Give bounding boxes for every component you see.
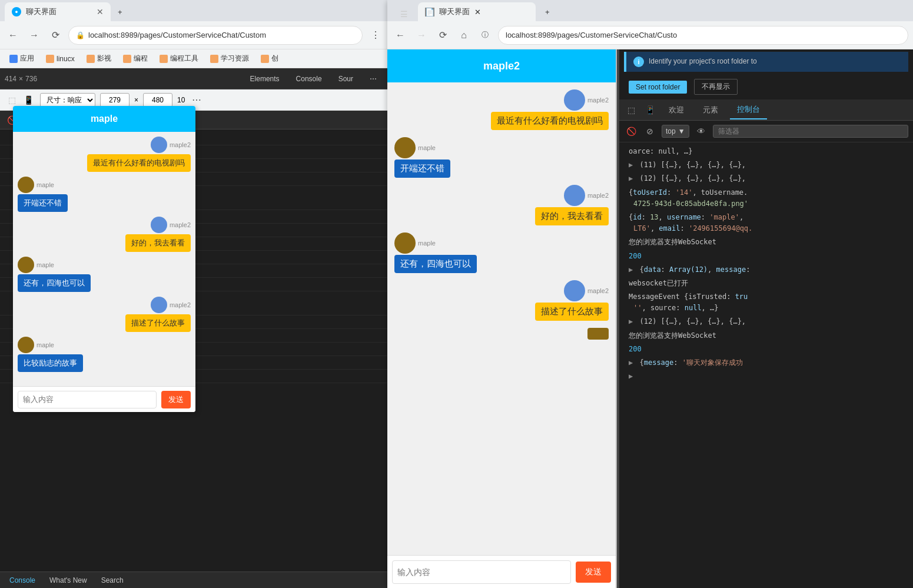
info-btn-right[interactable]: ⓘ [477, 27, 493, 44]
device-icon[interactable]: 📱 [21, 93, 35, 107]
chat-title-left: maple [91, 114, 118, 124]
tab-right[interactable]: 📄 聊天界面 ✕ [418, 2, 536, 21]
rbubble-2: 好的，我去看看 [535, 207, 609, 225]
reload-btn-left[interactable]: ⟳ [47, 27, 64, 44]
bookmark-resources[interactable]: 学习资源 [205, 52, 254, 66]
send-button-left[interactable]: 发送 [161, 391, 191, 408]
back-btn-left[interactable]: ← [5, 27, 21, 44]
tab-console-right[interactable]: 控制台 [730, 101, 767, 119]
favicon-left: ● [12, 7, 21, 16]
rmsg-sender-4: maple2 [587, 287, 609, 294]
rentry-1: ▶ (11) [{…}, {…}, {…}, {…}, [619, 158, 913, 172]
bookmark-label-resources: 学习资源 [221, 54, 249, 64]
rtoggle-14[interactable]: ▶ [629, 372, 633, 380]
block-btn-right[interactable]: 🚫 [624, 124, 638, 138]
tab-elements-right[interactable]: 元素 [696, 101, 725, 119]
url-bar-right[interactable]: localhost:8989/pages/CustomerServiceChat… [498, 26, 908, 45]
responsive-more[interactable]: ⋯ [190, 93, 204, 107]
rtoggle-7[interactable]: ▶ [629, 265, 633, 274]
rentry-2: ▶ (12) [{…}, {…}, {…}, {…}, [619, 172, 913, 185]
responsive-select[interactable]: 尺寸：响应 [40, 93, 95, 107]
msg-meta-2: maple2 [151, 217, 191, 233]
bookmark-label-video: 影视 [97, 54, 111, 64]
rentry-13: ▶ {message: '聊天对象保存成功 [619, 356, 913, 370]
home-btn-right[interactable]: ⌂ [456, 27, 472, 44]
rmsg-sender-0: maple2 [587, 97, 609, 104]
bookmark-video[interactable]: 影视 [82, 52, 116, 66]
close-tab-right[interactable]: ✕ [474, 8, 481, 16]
bookmark-coding[interactable]: 编程 [118, 52, 152, 66]
inspect-icon[interactable]: ⬚ [5, 93, 19, 107]
tab-sources-left[interactable]: Sour [331, 71, 360, 87]
rtoggle-2[interactable]: ▶ [629, 174, 633, 182]
rmsg-meta-3: maple [394, 232, 436, 254]
tab-console-left[interactable]: Console [289, 71, 329, 87]
bookmark-apps[interactable]: 应用 [5, 52, 39, 66]
rtoggle-13[interactable]: ▶ [629, 358, 633, 367]
msg-sender-3: maple [36, 261, 54, 268]
bookmark-icon-resources [210, 55, 218, 63]
msg-sender-5: maple [36, 341, 54, 348]
msg-sender-0: maple2 [170, 141, 191, 148]
top-select-right[interactable]: top ▼ [662, 125, 689, 138]
reload-btn-right[interactable]: ⟳ [434, 27, 451, 44]
rmsg-sender-1: maple [418, 144, 436, 151]
chat-input-left[interactable] [18, 391, 157, 408]
ravatar-3 [394, 232, 416, 254]
rentry-text-6: 200 [629, 252, 642, 260]
address-bar-left: ← → ⟳ 🔒 localhost:8989/pages/CustomerSer… [0, 21, 389, 49]
stop-btn-right[interactable]: ⊘ [643, 124, 657, 138]
msg-meta-5: maple [18, 337, 54, 353]
no-show-button[interactable]: 不再显示 [694, 79, 738, 95]
sidebar-toggle-right[interactable]: ☰ [397, 7, 411, 21]
more-btn-left[interactable]: ⋮ [367, 27, 384, 44]
height-input[interactable] [143, 93, 172, 107]
filter-input-right[interactable]: 筛选器 [713, 125, 908, 138]
forward-btn-right[interactable]: → [413, 27, 430, 44]
tab-left[interactable]: ● 聊天界面 ✕ [5, 2, 111, 21]
bookmark-icon-create [261, 55, 269, 63]
ravatar-0 [564, 89, 585, 111]
bookmark-tools[interactable]: 编程工具 [155, 52, 203, 66]
whatsnew-bottom-tab[interactable]: What's New [45, 576, 92, 584]
devtools-right: i Identify your project's root folder to… [619, 49, 913, 588]
bookmark-create[interactable]: 创 [256, 52, 283, 66]
msg-meta-4: maple2 [151, 297, 191, 313]
forward-btn-left[interactable]: → [26, 27, 42, 44]
new-tab-right[interactable]: + [538, 2, 559, 21]
send-button-right[interactable]: 发送 [576, 562, 611, 583]
bookmark-linucx[interactable]: linucx [41, 52, 79, 66]
rentry-8: websocket已打开 [619, 277, 913, 290]
search-bottom-tab[interactable]: Search [97, 576, 128, 584]
favicon-right: 📄 [425, 8, 434, 16]
eye-btn-right[interactable]: 👁 [694, 124, 708, 138]
back-btn-right[interactable]: ← [392, 27, 409, 44]
rtoggle-10[interactable]: ▶ [629, 317, 633, 325]
chat-input-right[interactable] [392, 560, 571, 584]
chat-window-right: maple2 maple2 最近有什么好看的电视剧吗 maple 开端还不错 [387, 49, 617, 588]
bookmark-label-create: 创 [271, 54, 278, 64]
size-separator: × [134, 96, 138, 104]
set-root-button[interactable]: Set root folder [629, 81, 687, 94]
new-tab-left[interactable]: + [111, 2, 132, 21]
chat-messages-left: maple2 最近有什么好看的电视剧吗 maple 开端还不错 maple2 好… [13, 132, 195, 386]
inspect-btn-right[interactable]: ⬚ [624, 103, 638, 117]
more-tabs-left[interactable]: ⋯ [363, 71, 384, 87]
tab-elements-left[interactable]: Elements [243, 71, 287, 87]
device-btn-right[interactable]: 📱 [643, 103, 657, 117]
rbubble-1: 开端还不错 [394, 160, 450, 178]
ravatar-2 [564, 185, 585, 206]
tab-bar-left: ● 聊天界面 ✕ + [0, 0, 389, 21]
rtoggle-1[interactable]: ▶ [629, 161, 633, 169]
size-x: × [19, 75, 23, 83]
url-bar-left[interactable]: 🔒 localhost:8989/pages/CustomerServiceCh… [68, 26, 363, 45]
close-tab-left[interactable]: ✕ [97, 7, 104, 16]
rentry-10: ▶ (12) [{…}, {…}, {…}, {…}, [619, 315, 913, 328]
console-bottom-tab[interactable]: Console [5, 576, 40, 584]
chat-messages-right: maple2 最近有什么好看的电视剧吗 maple 开端还不错 maple2 [387, 82, 616, 555]
rentry-6: 200 [619, 250, 913, 263]
info-banner: i Identify your project's root folder to [624, 52, 908, 72]
msg-meta-3: maple [18, 257, 54, 273]
width-input[interactable] [100, 93, 130, 107]
tab-welcome-right[interactable]: 欢迎 [662, 101, 691, 119]
